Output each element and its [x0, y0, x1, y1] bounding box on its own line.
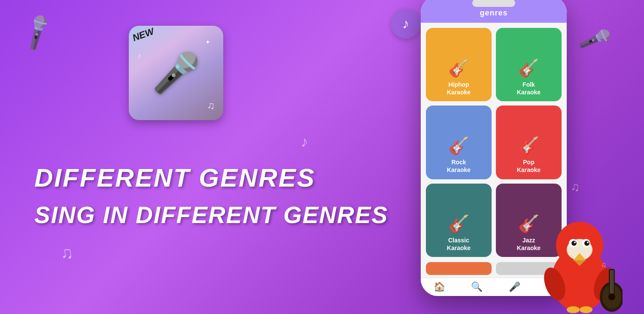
- genre-card-hiphop[interactable]: 🎸 HiphopKaraoke: [426, 28, 492, 101]
- guitar-classic-icon: 🎸: [448, 214, 470, 234]
- heading-sing: Sing in Different Genres: [34, 201, 388, 229]
- phone-notch: [472, 0, 515, 7]
- guitar-rock-icon: 🎸: [448, 136, 470, 156]
- music-notes-decoration: ♫: [207, 100, 215, 112]
- guitar-hiphop-icon: 🎸: [448, 58, 470, 78]
- genre-card-pop[interactable]: 🎸 PopKaraoke: [496, 106, 562, 179]
- nav-search-icon[interactable]: 🔍: [471, 281, 483, 293]
- svg-point-7: [574, 242, 576, 243]
- guitar-pop-icon: 🎸: [518, 136, 540, 156]
- app-icon: NEW 🎤 ♫ ♪ ✦: [129, 26, 223, 120]
- mic-left-decoration: 🎤: [16, 11, 59, 54]
- mic-right-decoration: 🎤: [576, 21, 614, 58]
- svg-point-21: [580, 306, 592, 313]
- nav-home-icon[interactable]: 🏠: [434, 281, 445, 293]
- guitar-folk-icon: 🎸: [518, 58, 540, 78]
- svg-point-10: [587, 242, 589, 243]
- music-note-small: ♪: [137, 51, 141, 60]
- svg-point-20: [567, 306, 580, 313]
- genre-card-rock[interactable]: 🎸 RockKaraoke: [426, 106, 492, 179]
- genre-card-classic[interactable]: 🎸 ClassicKaraoke: [426, 184, 492, 257]
- genre-card-folk[interactable]: 🎸 FolkKaraoke: [496, 28, 562, 101]
- hero-text-section: Different Genres Sing in Different Genre…: [34, 163, 388, 229]
- rock-label: RockKaraoke: [447, 158, 471, 174]
- music-note-icon: ♪: [402, 16, 409, 32]
- pop-label: PopKaraoke: [517, 158, 541, 174]
- nav-mic-icon[interactable]: 🎤: [509, 281, 520, 293]
- heading-genres: Different Genres: [34, 163, 388, 193]
- svg-point-19: [608, 293, 615, 300]
- guitar-jazz-icon: 🎸: [518, 214, 540, 234]
- mic-icon-large: 🎤: [152, 51, 200, 96]
- sparkle-decoration: ✦: [205, 39, 210, 45]
- bird-mascot: ♫: [537, 194, 623, 314]
- classic-label: ClassicKaraoke: [447, 236, 471, 252]
- folk-label: FolkKaraoke: [517, 81, 541, 96]
- note-mid-right: ♪: [301, 133, 308, 150]
- svg-point-6: [571, 241, 577, 246]
- svg-text:♫: ♫: [601, 261, 606, 268]
- svg-point-9: [584, 241, 589, 246]
- note-bottom-left: ♫: [58, 242, 74, 264]
- new-badge: NEW: [131, 26, 155, 44]
- hiphop-label: HiphopKaraoke: [447, 81, 471, 96]
